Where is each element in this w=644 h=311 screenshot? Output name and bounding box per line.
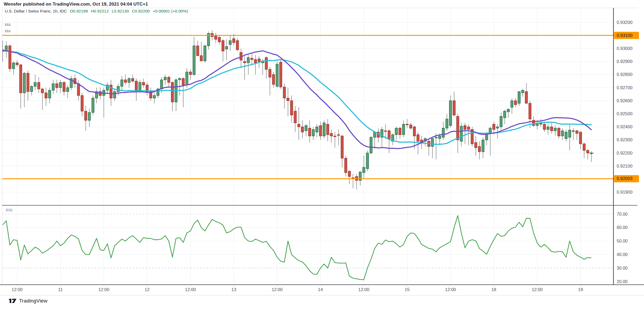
candle-up [438,136,441,139]
candle-up [117,86,120,92]
ohlc-change: +0.00001 (+0.00%) [153,9,188,13]
price-axis-label[interactable]: 0.92500 [617,111,633,116]
candle-down [579,132,582,144]
candle-down [587,150,589,153]
candle-down [233,39,235,43]
candle-down [348,171,351,177]
time-axis-label[interactable]: 12 [145,287,150,292]
price-axis-label[interactable]: 0.92300 [617,137,633,142]
price-axis-label[interactable]: 0.92400 [617,124,633,129]
published-header: Wensfer published on TradingView.com, Oc… [4,2,148,7]
tradingview-logo[interactable]: TradingView [9,298,48,304]
candle-up [449,101,452,125]
ma-legend-2[interactable]: MA [5,29,11,33]
price-axis-label[interactable]: 0.92800 [617,72,633,77]
candle-down [345,158,347,173]
candle-down [218,37,221,42]
candle-down [197,46,199,56]
price-axis-label[interactable]: 0.92100 [617,164,633,168]
time-axis-label[interactable]: 18 [491,287,496,292]
price-axis-label[interactable]: 0.92700 [617,85,633,90]
candle-up [34,82,36,86]
time-axis-label[interactable]: 14 [318,287,323,292]
price-badge-label[interactable]: 0.93100 [617,33,633,38]
candle-up [496,127,499,128]
rsi-legend[interactable]: RSI [6,208,12,212]
candle-up [316,127,318,132]
price-badge-label[interactable]: 0.92003 [617,176,633,181]
time-axis-label[interactable]: 12:00 [12,287,23,292]
rsi-axis-label[interactable]: 20.00 [617,279,628,284]
candle-down [124,80,127,82]
candle-up [128,79,130,83]
rsi-axis-label[interactable]: 30.00 [617,266,628,270]
candle-down [572,131,574,131]
time-axis-label[interactable]: 15 [405,287,410,292]
time-axis-label[interactable]: 12:00 [98,287,109,292]
ma-line-purple[interactable] [3,51,591,148]
candle-down [399,128,401,135]
chart-canvas[interactable]: 0.932000.931000.930000.929000.928000.927… [0,0,644,311]
time-axis-label[interactable]: 19 [578,287,583,292]
symbol-legend[interactable]: U.S. Dollar / Swiss Franc, 1h, IDC O0.92… [5,9,190,14]
time-axis-label[interactable]: 12:00 [185,287,196,292]
tradingview-chart-screenshot: 0.932000.931000.930000.929000.928000.927… [0,0,644,311]
candle-up [507,109,510,112]
candle-down [81,96,83,111]
symbol-title[interactable]: U.S. Dollar / Swiss Franc, 1h, IDC [5,9,67,13]
candle-down [291,101,293,115]
time-axis-label[interactable]: 12:00 [272,287,283,292]
candle-up [482,140,484,152]
price-axis-label[interactable]: 0.93200 [617,20,633,25]
candle-up [193,46,195,75]
candle-up [569,130,571,137]
price-axis-label[interactable]: 0.92600 [617,98,633,103]
candle-down [298,124,300,127]
candle-up [323,123,325,136]
candle-up [204,46,206,61]
ma-legend-1[interactable]: MA [5,22,11,27]
candle-down [131,79,134,81]
candle-down [9,46,11,69]
time-axis-label[interactable]: 12:00 [445,287,456,292]
candle-down [27,73,29,92]
time-axis-label[interactable]: 12:00 [358,287,369,292]
rsi-axis-label[interactable]: 40.00 [617,252,628,257]
price-axis-label[interactable]: 0.92900 [617,59,633,64]
candle-down [283,87,285,98]
candle-up [395,128,398,135]
candle-down [467,127,470,130]
time-axis-label[interactable]: 11 [58,287,63,292]
time-axis-label[interactable]: 12:00 [532,287,543,292]
candle-up [66,88,69,92]
rsi-line[interactable] [3,216,591,280]
candle-up [186,72,188,85]
tradingview-logo-text: TradingView [19,298,48,304]
candle-up [366,153,369,169]
candle-down [327,124,329,135]
candle-down [413,127,416,136]
candle-down [294,111,296,123]
candle-down [280,62,282,87]
candle-down [464,126,466,130]
candle-down [272,75,275,84]
time-axis-label[interactable]: 13 [231,287,236,292]
candle-up [276,64,278,86]
price-axis-label[interactable]: 0.91900 [617,190,633,194]
rsi-axis-label[interactable]: 60.00 [617,225,628,230]
candle-up [547,127,549,130]
candle-down [215,36,217,39]
candle-up [561,131,564,136]
rsi-axis-label[interactable]: 70.00 [617,212,628,216]
candle-down [200,56,203,61]
candle-up [442,128,445,137]
candle-up [247,58,249,63]
candle-down [576,131,578,133]
candle-down [254,59,257,63]
candle-down [38,82,40,89]
rsi-axis-label[interactable]: 50.00 [617,238,628,243]
price-axis-label[interactable]: 0.93000 [617,46,633,51]
tradingview-logo-icon [9,298,17,304]
candle-down [287,98,289,101]
price-axis-label[interactable]: 0.92200 [617,151,633,155]
